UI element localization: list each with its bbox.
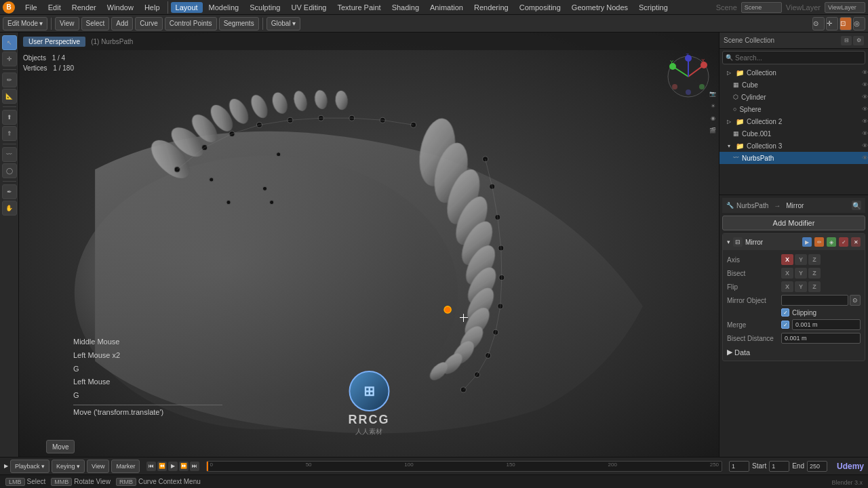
measure-tool[interactable]: 📐: [2, 89, 17, 104]
playback-menu[interactable]: Playback ▾: [10, 460, 50, 473]
sun-icon[interactable]: ☀: [707, 100, 718, 111]
flip-y-btn[interactable]: Y: [795, 281, 807, 292]
menu-edit[interactable]: Edit: [43, 2, 66, 13]
camera-icon[interactable]: 📷: [707, 88, 718, 99]
menu-geometry-nodes[interactable]: Geometry Nodes: [567, 2, 633, 13]
menu-animation[interactable]: Animation: [425, 2, 468, 13]
outliner-collection3[interactable]: ▾ 📁 Collection 3 👁: [719, 140, 868, 152]
curve-menu[interactable]: Curve: [135, 17, 163, 30]
menu-compositing[interactable]: Compositing: [515, 2, 566, 13]
cylinder-visibility[interactable]: 👁: [862, 94, 868, 100]
data-section-header[interactable]: ▶ Data: [727, 348, 861, 357]
scene-canvas[interactable]: User Perspective (1) NurbsPath Objects 1…: [19, 33, 719, 457]
sphere-visibility[interactable]: 👁: [862, 106, 868, 113]
render-icon[interactable]: 🎬: [707, 125, 718, 136]
snap-btn[interactable]: ⊡: [840, 17, 852, 30]
outliner-search[interactable]: 🔍: [722, 51, 865, 64]
mod-cage-btn[interactable]: ◈: [827, 237, 836, 247]
nurbspath-visibility[interactable]: 👁: [862, 155, 868, 161]
grab-tool[interactable]: ✋: [2, 201, 17, 216]
outliner-cube[interactable]: ▦ Cube 👁: [719, 79, 868, 91]
radius-tool[interactable]: ◯: [2, 163, 17, 178]
menu-layout[interactable]: Layout: [171, 2, 203, 13]
menu-shading[interactable]: Shading: [387, 2, 424, 13]
axis-y-btn[interactable]: Y: [795, 254, 807, 265]
axis-x-btn[interactable]: X: [781, 254, 793, 265]
merge-checkbox[interactable]: [781, 321, 789, 329]
playback-btn[interactable]: ▶: [4, 463, 8, 469]
merge-value[interactable]: 0.001 m: [792, 319, 861, 330]
mirror-object-pick-btn[interactable]: ⊙: [850, 295, 861, 306]
mode-selector[interactable]: Edit Mode ▾: [3, 17, 47, 30]
view-menu-tl[interactable]: View: [87, 460, 109, 473]
smooth-tool[interactable]: 〰: [2, 147, 17, 162]
viewlayer-input[interactable]: ViewLayer: [825, 2, 865, 13]
search-props-btn[interactable]: 🔍: [852, 201, 861, 210]
collection3-visibility[interactable]: 👁: [862, 142, 868, 149]
end-frame-input[interactable]: 250: [807, 461, 827, 472]
outliner-cylinder[interactable]: ⬡ Cylinder 👁: [719, 91, 868, 103]
move-tool[interactable]: ✛: [2, 52, 17, 66]
annotate-tool[interactable]: ✏: [2, 73, 17, 87]
outliner-collection[interactable]: ▷ 📁 Collection 👁: [719, 66, 868, 79]
outliner-search-input[interactable]: [735, 54, 862, 62]
transform-selector[interactable]: Global ▾: [267, 17, 300, 30]
menu-help[interactable]: Help: [140, 2, 165, 13]
outliner-settings-btn[interactable]: ⚙: [853, 36, 864, 45]
bisect-distance-value[interactable]: 0.001 m: [781, 333, 861, 344]
add-menu[interactable]: Add: [111, 17, 133, 30]
overlay-btn[interactable]: ⊙: [812, 17, 825, 30]
axis-z-btn[interactable]: Z: [808, 254, 821, 265]
cursor-tool[interactable]: ↖: [2, 35, 17, 50]
menu-modeling[interactable]: Modeling: [204, 2, 244, 13]
navigation-gizmo[interactable]: X Y Z: [665, 53, 712, 100]
outliner-filter-btn[interactable]: ⊟: [841, 36, 852, 45]
menu-texture-paint[interactable]: Texture Paint: [332, 2, 385, 13]
mod-apply-btn[interactable]: ✓: [839, 237, 848, 247]
menu-file[interactable]: File: [20, 2, 42, 13]
bisect-z-btn[interactable]: Z: [808, 268, 821, 279]
flip-z-btn[interactable]: Z: [808, 281, 821, 292]
flip-x-btn[interactable]: X: [781, 281, 793, 292]
jump-start-btn[interactable]: ⏮: [146, 462, 156, 471]
select-menu[interactable]: Select: [81, 17, 110, 30]
add-modifier-btn[interactable]: Add Modifier: [722, 216, 865, 230]
segments-menu[interactable]: Segments: [219, 17, 259, 30]
menu-scripting[interactable]: Scripting: [634, 2, 673, 13]
scene-input[interactable]: Scene: [741, 2, 782, 13]
collection2-visibility[interactable]: 👁: [862, 118, 868, 125]
outliner-cube001[interactable]: ▦ Cube.001 👁: [719, 127, 868, 140]
modifier-expand-btn[interactable]: ▾: [727, 239, 730, 245]
jump-end-btn[interactable]: ⏭: [190, 462, 199, 471]
keying-menu[interactable]: Keying ▾: [52, 460, 85, 473]
viewport[interactable]: User Perspective (1) NurbsPath Objects 1…: [19, 33, 719, 457]
mod-edit-btn[interactable]: ✏: [814, 237, 824, 247]
menu-render[interactable]: Render: [67, 2, 101, 13]
mod-render-btn[interactable]: ▶: [802, 237, 812, 247]
start-frame-input[interactable]: 1: [769, 461, 789, 472]
outliner-sphere[interactable]: ○ Sphere 👁: [719, 103, 868, 115]
timeline-ruler[interactable]: 050100150200250: [206, 461, 722, 472]
play-btn[interactable]: ▶: [168, 462, 178, 471]
next-frame-btn[interactable]: ⏩: [179, 462, 189, 471]
proportional-btn[interactable]: ◎: [853, 17, 865, 30]
menu-window[interactable]: Window: [102, 2, 138, 13]
view-menu[interactable]: View: [55, 17, 79, 30]
outliner-collection2[interactable]: ▷ 📁 Collection 2 👁: [719, 115, 868, 127]
menu-rendering[interactable]: Rendering: [469, 2, 513, 13]
gizmo-btn[interactable]: ✛: [826, 17, 838, 30]
mod-close-btn[interactable]: ✕: [851, 237, 861, 247]
draw-tool[interactable]: ✒: [2, 184, 17, 199]
menu-uv-editing[interactable]: UV Editing: [286, 2, 331, 13]
outliner-nurbspath[interactable]: 〰 NurbsPath 👁: [719, 152, 868, 164]
current-frame-input[interactable]: 1: [729, 461, 749, 472]
material-icon[interactable]: ◉: [707, 113, 718, 123]
collection-visibility[interactable]: 👁: [862, 69, 868, 76]
extrude-tool[interactable]: ⬆: [2, 110, 17, 125]
bisect-y-btn[interactable]: Y: [795, 268, 807, 279]
menu-sculpting[interactable]: Sculpting: [245, 2, 285, 13]
bisect-x-btn[interactable]: X: [781, 268, 793, 279]
mirror-object-value[interactable]: [781, 295, 848, 306]
cube-visibility[interactable]: 👁: [862, 81, 868, 88]
control-points-menu[interactable]: Control Points: [165, 17, 217, 30]
